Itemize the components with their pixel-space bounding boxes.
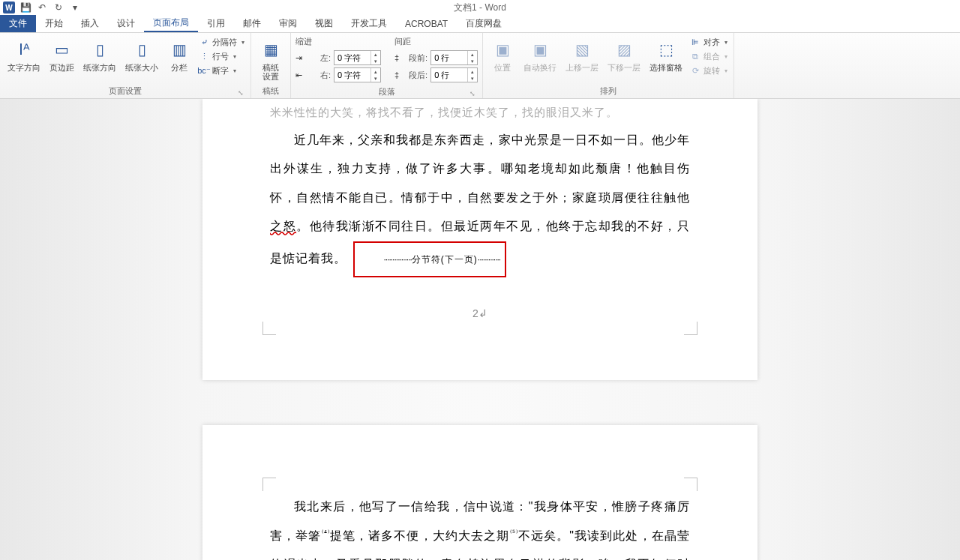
spin-down-icon[interactable]: ▾ [371, 75, 380, 82]
selection-pane-button[interactable]: ⬚选择窗格 [646, 36, 686, 73]
rotate-button[interactable]: ⟳旋转▾ [688, 64, 729, 77]
chevron-down-icon: ▾ [724, 67, 728, 74]
position-icon: ▣ [490, 37, 514, 61]
indent-right-input[interactable]: ▴▾ [334, 67, 381, 82]
margins-button[interactable]: ▭页边距 [46, 36, 77, 73]
group-page-setup: Ⅰᴬ文字方向 ▭页边距 ▯纸张方向 ▯纸张大小 ▥分栏 ⤶分隔符▾ ⋮行号▾ b… [0, 33, 251, 98]
clipped-line[interactable]: 米米性性的大笑，将找不看了，找便近木笑了，找的眼泪又米了。 [270, 99, 690, 126]
spin-up-icon[interactable]: ▴ [468, 68, 477, 75]
breaks-icon: ⤶ [199, 37, 209, 48]
space-before-icon: ‡ [394, 53, 399, 62]
columns-button[interactable]: ▥分栏 [164, 36, 194, 73]
wrap-icon: ▣ [528, 37, 552, 61]
align-icon: ⊫ [690, 37, 700, 48]
chevron-down-icon: ▾ [242, 39, 244, 46]
group-icon: ⧉ [690, 52, 700, 62]
backward-icon: ▨ [612, 37, 636, 61]
text-direction-button[interactable]: Ⅰᴬ文字方向 [4, 36, 44, 73]
tab-developer[interactable]: 开发工具 [342, 15, 396, 32]
group-arrange: ▣位置 ▣自动换行 ▧上移一层 ▨下移一层 ⬚选择窗格 ⊫对齐▾ ⧉组合▾ ⟳旋… [483, 33, 734, 98]
qat-customize-icon[interactable]: ▾ [69, 1, 81, 13]
tab-page-layout[interactable]: 页面布局 [144, 15, 198, 32]
chevron-down-icon: ▾ [724, 39, 728, 46]
spin-up-icon[interactable]: ▴ [371, 51, 380, 58]
spin-up-icon[interactable]: ▴ [371, 68, 380, 75]
section-break-marker[interactable]: ················分节符(下一页)············· [353, 241, 506, 278]
window-title: 文档1 - Word [454, 1, 506, 14]
body-paragraph[interactable]: 我北来后，他写了一信给我，信中说道："我身体平安，惟膀子疼痛厉害，举箸⁽⁴⁾提笔… [270, 493, 690, 560]
undo-icon[interactable]: ↶ [36, 1, 48, 13]
page-1[interactable]: 米米性性的大笑，将找不看了，找便近木笑了，找的眼泪又米了。 近几年来，父亲和我都… [202, 99, 758, 380]
tab-review[interactable]: 审阅 [270, 15, 306, 32]
indent-right-icon: ⇤ [296, 70, 302, 80]
paragraph-launcher[interactable]: ⤡ [469, 90, 476, 97]
line-numbers-button[interactable]: ⋮行号▾ [197, 50, 246, 63]
tab-file[interactable]: 文件 [0, 15, 36, 32]
space-after-input[interactable]: ▴▾ [430, 67, 478, 82]
tab-references[interactable]: 引用 [198, 15, 234, 32]
tab-acrobat[interactable]: ACROBAT [396, 15, 457, 32]
chevron-down-icon: ▾ [233, 53, 236, 60]
forward-icon: ▧ [570, 37, 594, 61]
margin-corner-icon [684, 478, 698, 491]
space-before-input[interactable]: ▴▾ [430, 50, 478, 65]
tab-mailings[interactable]: 邮件 [234, 15, 270, 32]
tab-baidu[interactable]: 百度网盘 [457, 15, 511, 32]
tab-home[interactable]: 开始 [36, 15, 72, 32]
group-paragraph: 缩进 ⇥ 左: ▴▾ ⇤ 右: ▴▾ 间距 ‡ 段前: ▴▾ [291, 33, 483, 98]
manuscript-settings-button[interactable]: ▦稿纸 设置 [256, 36, 286, 82]
spin-up-icon[interactable]: ▴ [468, 51, 477, 58]
margin-corner-icon [262, 478, 276, 491]
wrap-text-button[interactable]: ▣自动换行 [520, 36, 560, 73]
page-number: 2↲ [270, 307, 690, 320]
columns-icon: ▥ [167, 37, 191, 61]
linenum-icon: ⋮ [199, 52, 209, 62]
margin-corner-icon [684, 322, 698, 335]
page-2[interactable]: 我北来后，他写了一信给我，信中说道："我身体平安，惟膀子疼痛厉害，举箸⁽⁴⁾提笔… [202, 425, 758, 560]
save-icon[interactable]: 💾 [20, 1, 32, 13]
margins-icon: ▭ [50, 37, 74, 61]
chevron-down-icon: ▾ [233, 67, 236, 74]
chevron-down-icon: ▾ [724, 53, 728, 60]
rotate-icon: ⟳ [690, 66, 700, 76]
document-area[interactable]: 米米性性的大笑，将找不看了，找便近木笑了，找的眼泪又米了。 近几年来，父亲和我都… [0, 99, 960, 560]
spin-down-icon[interactable]: ▾ [468, 58, 477, 64]
indent-left-icon: ⇥ [296, 53, 302, 63]
space-after-icon: ‡ [394, 70, 399, 79]
margin-corner-icon [262, 322, 276, 335]
position-button[interactable]: ▣位置 [488, 36, 518, 73]
spin-down-icon[interactable]: ▾ [468, 75, 477, 82]
bring-forward-button[interactable]: ▧上移一层 [562, 36, 602, 73]
breaks-button[interactable]: ⤶分隔符▾ [197, 36, 246, 49]
align-button[interactable]: ⊫对齐▾ [688, 36, 729, 49]
indent-head: 缩进 [296, 36, 381, 47]
manuscript-icon: ▦ [259, 37, 283, 61]
hyphen-icon: bc⁻ [199, 66, 209, 76]
indent-left-input[interactable]: ▴▾ [334, 50, 381, 65]
tab-insert[interactable]: 插入 [72, 15, 108, 32]
title-bar: W 💾 ↶ ↻ ▾ 文档1 - Word [0, 0, 960, 15]
text-direction-icon: Ⅰᴬ [12, 37, 36, 61]
ribbon-tabs: 文件 开始 插入 设计 页面布局 引用 邮件 审阅 视图 开发工具 ACROBA… [0, 15, 960, 33]
spin-down-icon[interactable]: ▾ [371, 58, 380, 64]
orientation-button[interactable]: ▯纸张方向 [80, 36, 119, 73]
group-objects-button[interactable]: ⧉组合▾ [688, 50, 729, 63]
orientation-icon: ▯ [88, 37, 112, 61]
group-manuscript: ▦稿纸 设置 稿纸 [251, 33, 291, 98]
tab-design[interactable]: 设计 [108, 15, 144, 32]
tab-view[interactable]: 视图 [306, 15, 342, 32]
paper-size-button[interactable]: ▯纸张大小 [122, 36, 161, 73]
spacing-head: 间距 [394, 36, 478, 47]
page-setup-launcher[interactable]: ⤡ [237, 89, 244, 97]
redo-icon[interactable]: ↻ [52, 1, 64, 13]
hyphenation-button[interactable]: bc⁻断字▾ [197, 64, 246, 77]
ribbon: Ⅰᴬ文字方向 ▭页边距 ▯纸张方向 ▯纸张大小 ▥分栏 ⤶分隔符▾ ⋮行号▾ b… [0, 33, 960, 99]
body-paragraph[interactable]: 近几年来，父亲和我都是东奔西走，家中光景是一日不如一日。他少年出外谋生，独力支持… [270, 126, 690, 277]
selection-pane-icon: ⬚ [654, 37, 678, 61]
app-icon: W [3, 1, 15, 13]
size-icon: ▯ [130, 37, 154, 61]
send-backward-button[interactable]: ▨下移一层 [604, 36, 644, 73]
